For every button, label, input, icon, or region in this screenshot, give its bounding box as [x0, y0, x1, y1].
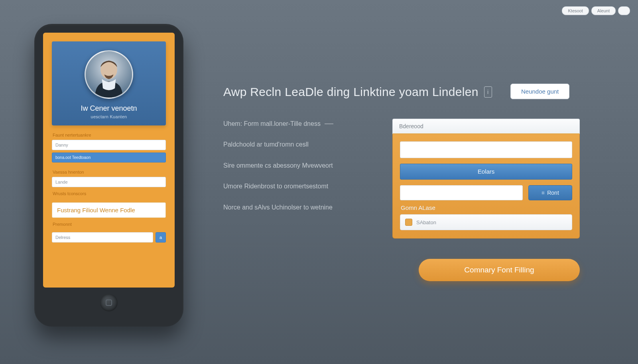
nav-pill-3[interactable] [618, 6, 630, 15]
section2-label: Vaessa hnenton [52, 169, 166, 177]
form-side-label: Ront [547, 190, 559, 196]
profile-card: Iw Cener venoetn uesctarn Kuanten [52, 41, 166, 125]
form-input-2[interactable] [400, 185, 523, 200]
dash-icon [325, 123, 333, 124]
form-dropdown[interactable]: SAbaton [400, 214, 572, 230]
last-label: Premonnt [52, 221, 166, 229]
grid-icon: ⌗ [542, 190, 545, 196]
top-nav: Ktesoot Aleunt [562, 6, 630, 15]
nav-pill-1[interactable]: Ktesoot [562, 6, 589, 15]
phone-device: Iw Cener venoetn uesctarn Kuanten Faunt … [34, 24, 183, 327]
form-input-1[interactable] [400, 141, 572, 158]
headline-button[interactable]: Neundoe gunt [510, 84, 569, 99]
section1-field1[interactable]: Danny [52, 140, 166, 150]
profile-subtitle: uesctarn Kuanten [57, 114, 161, 119]
bullet-3: Sire ommente cs abessony Mvewveort [223, 162, 333, 169]
home-button[interactable] [100, 294, 118, 311]
section1-field2[interactable]: bona.oot Teedtoaon [52, 153, 166, 162]
cta-button[interactable]: Comnary Font Filling [419, 259, 580, 281]
bullet-4: Umore Ridenbrost to oromertsestomt [223, 183, 328, 190]
section2-field1[interactable]: Lande [52, 177, 166, 187]
headline-text: Awp Recln LeaDle ding Linktine yoam Lind… [223, 85, 478, 99]
nav-pill-2[interactable]: Aleunt [591, 6, 616, 15]
avatar [85, 50, 133, 99]
bullet-5: Norce and sAlvs Uchinolser to wetnine [223, 204, 333, 211]
bullet-1: Uhem: Form mall.loner-Tille dness [223, 119, 321, 128]
feature-list: Uhem: Form mall.loner-Tille dness Paldch… [223, 119, 375, 212]
phone-screen: Iw Cener venoetn uesctarn Kuanten Faunt … [43, 33, 175, 288]
section-title-box: Fustrang Filioul Wenne Fodle [52, 202, 166, 218]
form-card: Bdereood Eolars ⌗ Ront Gomn ALase SAbato… [392, 119, 580, 239]
form-side-button[interactable]: ⌗ Ront [528, 185, 572, 200]
form-primary-button[interactable]: Eolars [400, 164, 572, 180]
profile-name: Iw Cener venoetn [57, 104, 161, 113]
last-square-button[interactable]: a [156, 232, 166, 243]
section3-label: Wrusts tconscors [52, 190, 166, 198]
person-icon [86, 51, 132, 98]
info-icon: i [484, 86, 492, 98]
bullet-2: Paldchoold ar tumd'romn cesll [223, 141, 309, 148]
last-field[interactable]: Delress [52, 232, 153, 243]
headline: Awp Recln LeaDle ding Linktine yoam Lind… [223, 85, 502, 99]
form-sublabel: Gomn ALase [401, 204, 571, 211]
form-header: Bdereood [392, 119, 580, 134]
section1-label: Faunt nertertuankre [52, 132, 166, 140]
form-dropdown-label: SAbaton [416, 219, 436, 225]
square-icon [405, 219, 412, 226]
